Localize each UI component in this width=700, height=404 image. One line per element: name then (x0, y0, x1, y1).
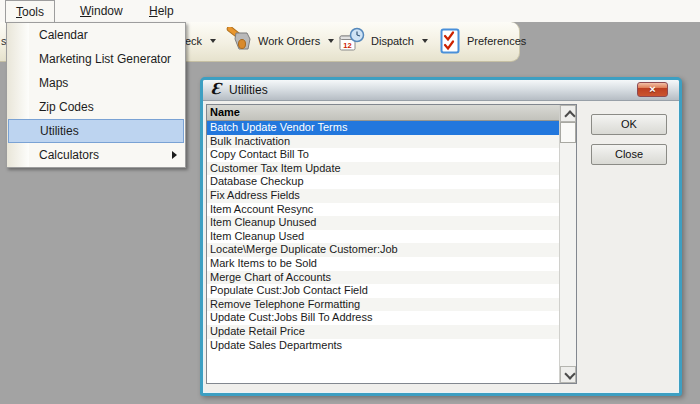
list-item[interactable]: Customer Tax Item Update (207, 162, 559, 176)
dialog-titlebar: Ɛ Utilities × (203, 80, 679, 101)
list-item[interactable]: Mark Items to be Sold (207, 257, 559, 271)
list-item[interactable]: Update Sales Departments (207, 339, 559, 353)
toolbar-check-partial-label: eck (185, 35, 202, 47)
close-button[interactable]: Close (591, 144, 667, 165)
dialog-body: Name Batch Update Vendor Terms Bulk Inac… (203, 101, 679, 394)
list-item[interactable]: Item Cleanup Used (207, 230, 559, 244)
dispatch-icon-number: 12 (343, 41, 351, 50)
menu-item-maps-label: Maps (39, 76, 68, 90)
toolbar-preferences-label: Preferences (467, 35, 526, 47)
ok-button[interactable]: OK (591, 114, 667, 135)
list-item[interactable]: Merge Chart of Accounts (207, 271, 559, 285)
utilities-listbox: Name Batch Update Vendor Terms Bulk Inac… (206, 104, 577, 384)
app-background: { "menubar": { "items": [ { "label": "To… (0, 0, 700, 404)
menubar-item-window[interactable]: Window (70, 0, 133, 22)
hammer-icon (223, 27, 253, 55)
toolbar-button-work-orders[interactable]: Work Orders (219, 22, 338, 60)
preferences-checklist-icon (438, 27, 462, 55)
list-item[interactable]: Remove Telephone Formatting (207, 298, 559, 312)
menubar-item-tools[interactable]: Tools (5, 0, 55, 23)
menu-item-calendar-label: Calendar (39, 28, 88, 42)
submenu-arrow-icon (172, 151, 177, 159)
menubar-item-tools-label: Tools (16, 5, 44, 19)
close-icon: × (649, 83, 655, 95)
menu-item-marketing-list-generator[interactable]: Marketing List Generator (7, 47, 185, 71)
dropdown-arrow-icon (210, 39, 216, 43)
dropdown-arrow-icon (422, 39, 428, 43)
scrollbar-thumb[interactable] (560, 122, 576, 143)
menubar-item-help-label: Help (149, 4, 174, 18)
toolbar-button-preferences[interactable]: Preferences (434, 22, 530, 60)
dialog-title: Utilities (229, 83, 268, 97)
menu-item-utilities[interactable]: Utilities (8, 119, 184, 143)
list-item[interactable]: Item Account Resync (207, 203, 559, 217)
dispatch-calendar-clock-icon: 12 (338, 27, 366, 55)
list-item[interactable]: Item Cleanup Unused (207, 216, 559, 230)
list-item[interactable]: Populate Cust:Job Contact Field (207, 284, 559, 298)
list-item[interactable]: Bulk Inactivation (207, 135, 559, 149)
menu-item-zip-codes-label: Zip Codes (39, 100, 94, 114)
menubar-item-help[interactable]: Help (139, 0, 184, 22)
toolbar-button-dispatch[interactable]: 12 Dispatch (334, 22, 432, 60)
menu-item-calculators[interactable]: Calculators (7, 143, 185, 167)
menu-item-utilities-label: Utilities (40, 124, 79, 138)
toolbar-dispatch-label: Dispatch (371, 35, 414, 47)
list-item[interactable]: Fix Address Fields (207, 189, 559, 203)
list-item[interactable]: Update Retail Price (207, 325, 559, 339)
tools-menu: Calendar Marketing List Generator Maps Z… (6, 22, 186, 168)
menu-item-maps[interactable]: Maps (7, 71, 185, 95)
list-item[interactable]: Database Checkup (207, 175, 559, 189)
list-item[interactable]: Update Cust:Jobs Bill To Address (207, 311, 559, 325)
menu-item-zip-codes[interactable]: Zip Codes (7, 95, 185, 119)
list-item[interactable]: Batch Update Vendor Terms (207, 121, 559, 135)
toolbar-work-orders-label: Work Orders (258, 35, 320, 47)
menubar-item-window-label: Window (80, 4, 123, 18)
dialog-close-button[interactable]: × (637, 82, 668, 97)
app-icon: Ɛ (208, 81, 224, 97)
scrollbar-down-button[interactable] (560, 366, 576, 383)
scrollbar-up-button[interactable] (560, 105, 576, 122)
menu-item-calendar[interactable]: Calendar (7, 23, 185, 47)
list-column-header-name[interactable]: Name (207, 105, 559, 121)
scroll-down-icon (564, 368, 575, 379)
menubar: Tools Window Help (0, 0, 700, 22)
list-item[interactable]: Locate\Merge Duplicate Customer:Job (207, 243, 559, 257)
scroll-up-icon (564, 110, 575, 121)
list-item[interactable]: Copy Contact Bill To (207, 148, 559, 162)
menu-item-marketing-list-generator-label: Marketing List Generator (39, 52, 171, 66)
toolbar-button-check-partial[interactable]: eck (181, 22, 220, 60)
menu-item-calculators-label: Calculators (39, 148, 99, 162)
list-rows: Batch Update Vendor Terms Bulk Inactivat… (207, 121, 559, 383)
vertical-scrollbar[interactable] (559, 105, 576, 383)
utilities-dialog: Ɛ Utilities × Name Batch Update Vendor T… (200, 77, 682, 396)
